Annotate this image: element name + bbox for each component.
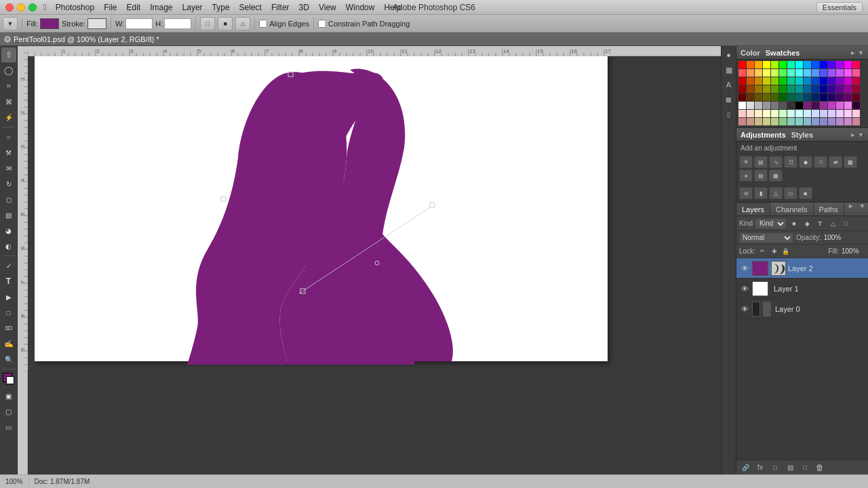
- fg-bg-colors[interactable]: [1, 371, 16, 386]
- maximize-button[interactable]: [28, 3, 37, 12]
- panel-menu-icon[interactable]: ►: [850, 49, 856, 56]
- color-swatch[interactable]: [738, 69, 746, 77]
- menu-view[interactable]: View: [314, 1, 341, 14]
- color-swatch[interactable]: [738, 102, 746, 109]
- color-swatch[interactable]: [804, 77, 811, 85]
- color-swatch[interactable]: [812, 61, 819, 68]
- window-controls[interactable]: [5, 3, 37, 12]
- color-swatch[interactable]: [763, 69, 770, 77]
- color-swatch[interactable]: [844, 61, 852, 68]
- color-swatch[interactable]: [755, 61, 762, 68]
- menu-select[interactable]: Select: [235, 1, 267, 14]
- color-swatch[interactable]: [804, 61, 811, 68]
- menu-type[interactable]: Type: [208, 1, 235, 14]
- color-swatch[interactable]: [795, 102, 803, 109]
- stroke-color-swatch[interactable]: [87, 18, 106, 29]
- color-swatch[interactable]: [779, 61, 787, 68]
- color-swatch[interactable]: [771, 69, 778, 77]
- color-swatch[interactable]: [771, 85, 778, 93]
- tool-pen[interactable]: ✓: [1, 258, 16, 273]
- layer2-visibility[interactable]: 👁: [739, 264, 750, 272]
- tool-screen-mode2[interactable]: ▭: [1, 420, 16, 434]
- tool-screen-mode[interactable]: ▣: [1, 388, 16, 403]
- color-swatch[interactable]: [779, 69, 787, 77]
- color-swatch[interactable]: [828, 102, 835, 109]
- layers-panel-min-icon[interactable]: ▼: [856, 203, 868, 216]
- tool-brush[interactable]: ⚒: [1, 145, 16, 160]
- tool-healing[interactable]: ○: [1, 129, 16, 144]
- document-canvas[interactable]: [35, 49, 608, 361]
- adj-exposure[interactable]: ☷: [784, 156, 797, 168]
- color-swatch[interactable]: [836, 85, 844, 93]
- color-swatch[interactable]: [795, 85, 803, 93]
- color-swatch[interactable]: [820, 110, 827, 117]
- fill-color-swatch[interactable]: [40, 18, 59, 29]
- width-input[interactable]: [125, 18, 153, 29]
- adj-channel-mixer[interactable]: ▤: [754, 169, 768, 182]
- color-swatch[interactable]: [812, 110, 819, 117]
- color-swatch[interactable]: [747, 94, 754, 101]
- color-swatch[interactable]: [828, 110, 835, 117]
- adj-color-lookup[interactable]: ▦: [769, 169, 783, 182]
- adj-vibrance[interactable]: ◆: [799, 156, 812, 168]
- tool-crop[interactable]: ⌘: [1, 94, 16, 109]
- menu-3d[interactable]: 3D: [294, 1, 314, 14]
- color-swatch[interactable]: [852, 69, 860, 77]
- color-swatch[interactable]: [812, 118, 819, 125]
- color-swatch[interactable]: [812, 102, 819, 109]
- tool-selector[interactable]: ▼: [3, 17, 18, 30]
- color-swatch[interactable]: [812, 85, 819, 93]
- panel-minimize-icon[interactable]: ▼: [858, 49, 864, 56]
- color-swatch[interactable]: [804, 85, 811, 93]
- adj-gradient-map[interactable]: ▭: [784, 187, 797, 199]
- color-swatch[interactable]: [828, 94, 835, 101]
- layers-panel-menu-icon[interactable]: ►: [845, 203, 856, 216]
- color-swatch[interactable]: [771, 77, 778, 85]
- color-swatch[interactable]: [738, 94, 746, 101]
- adj-photo-filter[interactable]: ⎈: [739, 169, 753, 182]
- tool-blur[interactable]: ◕: [1, 223, 16, 238]
- adj-posterize[interactable]: ▮: [754, 187, 768, 199]
- color-swatch[interactable]: [747, 61, 754, 68]
- color-swatch[interactable]: [836, 110, 844, 117]
- color-swatch[interactable]: [804, 102, 811, 109]
- color-swatch[interactable]: [828, 69, 835, 77]
- new-group-btn[interactable]: ▤: [784, 462, 796, 473]
- color-swatch[interactable]: [755, 118, 762, 125]
- color-swatch[interactable]: [844, 69, 852, 77]
- menu-window[interactable]: Window: [341, 1, 380, 14]
- color-swatch[interactable]: [828, 61, 835, 68]
- adj-brightness[interactable]: ☀: [739, 156, 753, 168]
- filter-type-icon[interactable]: T: [814, 218, 825, 229]
- adjustments-tab[interactable]: Adjustments: [741, 131, 786, 139]
- color-swatch[interactable]: [779, 102, 787, 109]
- new-layer-btn[interactable]: □: [799, 462, 811, 473]
- color-swatch[interactable]: [820, 69, 827, 77]
- color-swatch[interactable]: [836, 69, 844, 77]
- status-arrow-btn[interactable]: ▶: [95, 476, 107, 487]
- align-edges-check[interactable]: Align Edges: [259, 20, 309, 28]
- color-swatch[interactable]: [795, 110, 803, 117]
- tool-lasso[interactable]: ⌗: [1, 79, 16, 94]
- color-swatch[interactable]: [795, 118, 803, 125]
- path-mode-btn2[interactable]: ■: [218, 17, 233, 30]
- color-swatch[interactable]: [804, 118, 811, 125]
- color-swatch[interactable]: [844, 94, 852, 101]
- color-swatch[interactable]: [738, 77, 746, 85]
- color-swatch[interactable]: [755, 77, 762, 85]
- color-swatch[interactable]: [828, 77, 835, 85]
- color-swatch[interactable]: [844, 110, 852, 117]
- tool-select-arrow[interactable]: ⇧: [1, 47, 16, 62]
- adj-min-icon[interactable]: ▼: [858, 131, 864, 138]
- color-swatch[interactable]: [795, 69, 803, 77]
- close-button[interactable]: [5, 3, 14, 12]
- layers-icon[interactable]: ▯: [723, 108, 735, 121]
- adj-curves[interactable]: ∿: [769, 156, 783, 168]
- color-swatch[interactable]: [820, 102, 827, 109]
- color-swatch[interactable]: [771, 118, 778, 125]
- color-tab[interactable]: Color: [741, 49, 760, 57]
- channels-tab[interactable]: Channels: [770, 203, 813, 216]
- color-swatch[interactable]: [747, 85, 754, 93]
- layer-style-btn[interactable]: fx: [754, 462, 766, 473]
- filter-smart-icon[interactable]: □: [840, 218, 851, 229]
